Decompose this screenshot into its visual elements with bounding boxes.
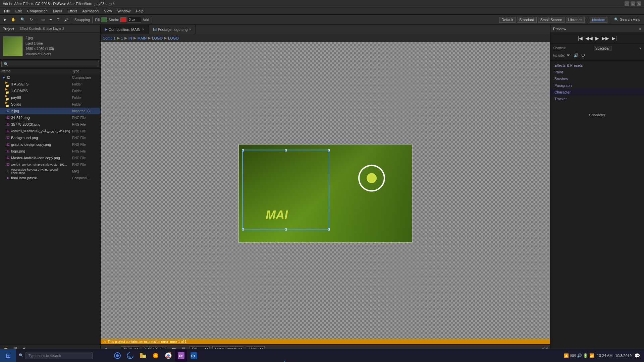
taskbar-search: 🔍 — [16, 349, 110, 362]
stroke-width-input[interactable] — [128, 17, 141, 23]
preview-used: used 1 time — [25, 41, 54, 46]
toolbar-sep-5 — [587, 17, 587, 23]
go-to-end-button[interactable]: ▶| — [611, 35, 618, 42]
taskbar-app-edge[interactable] — [124, 350, 136, 362]
list-item[interactable]: 🖼 4photos_to-camera-عکاس-دوربین-آیکون.pn… — [0, 128, 100, 134]
user-account[interactable]: khodom — [590, 17, 607, 23]
tab-footage-logo[interactable]: 🎞 Footage: logo.png ✕ — [149, 25, 196, 34]
pen-tool[interactable]: ✒ — [48, 16, 54, 23]
taskbar-app-chrome[interactable] — [162, 350, 174, 362]
nav-logo2[interactable]: LOGO — [168, 36, 179, 40]
hand-tool[interactable]: ✋ — [9, 16, 17, 23]
include-label: Include: — [553, 54, 565, 57]
close-button[interactable]: ✕ — [637, 1, 641, 6]
maximize-button[interactable]: □ — [631, 1, 635, 6]
close-tab-icon[interactable]: ✕ — [142, 28, 145, 31]
search-help-button[interactable]: 🔍 Search Help — [612, 16, 642, 23]
rotate-tool[interactable]: ↻ — [28, 16, 35, 23]
panel-menu-icon[interactable]: ≡ — [639, 27, 641, 31]
prop-brushes[interactable]: Brushes — [550, 75, 644, 82]
nav-in[interactable]: IN — [128, 36, 132, 40]
taskbar-app-ae[interactable]: Ae — [175, 350, 187, 362]
list-item[interactable]: ♫ Aggressive-keyboard-typing-sound-effec… — [0, 168, 100, 175]
taskbar-app-cortana[interactable] — [111, 350, 123, 362]
preview-title: Preview — [553, 27, 566, 31]
stroke-label: Stroke — [108, 18, 119, 22]
menu-edit[interactable]: Edit — [13, 8, 24, 14]
snapping-label: Snapping — [74, 18, 90, 22]
prop-paragraph[interactable]: Paragraph — [550, 82, 644, 89]
prop-effects-presets[interactable]: Effects & Presets — [550, 62, 644, 69]
workspace-smallscreen[interactable]: Small Screen — [538, 17, 565, 23]
nav-1[interactable]: 1 — [121, 36, 123, 40]
workspace-libraries[interactable]: Libraries — [566, 17, 585, 23]
nav-comp1[interactable]: Comp 1 — [103, 36, 116, 40]
toolbar: ▶ ✋ 🔍 ↻ ▭ ✒ T 🖌 Snapping Fill Stroke Add… — [0, 15, 644, 25]
zoom-tool[interactable]: 🔍 — [19, 16, 27, 23]
text-tool[interactable]: T — [55, 17, 61, 23]
warning-icon: ⚠ — [103, 340, 106, 344]
play-button[interactable]: ▶ — [595, 35, 600, 42]
include-overlay-button[interactable]: ⬡ — [581, 52, 585, 58]
close-footage-tab-icon[interactable]: ✕ — [189, 28, 192, 31]
include-audio-button[interactable]: 🔊 — [573, 52, 579, 58]
menu-layer[interactable]: Layer — [50, 8, 65, 14]
nav-main[interactable]: MAIN — [138, 36, 147, 40]
minimize-button[interactable]: − — [625, 1, 629, 6]
prop-tracker[interactable]: Tracker — [550, 96, 644, 102]
shortcut-dropdown-icon[interactable]: ▾ — [639, 46, 641, 51]
project-list: ▶ l2 Composition ▶ 📁 3 ASSETS Folder ▶ 📁… — [0, 74, 100, 344]
next-frame-button[interactable]: ▶▶ — [601, 35, 610, 42]
menu-bar: File Edit Composition Layer Effect Anima… — [0, 7, 644, 15]
list-item[interactable]: 🖼 Master-Android-icon copy.png PNG File — [0, 155, 100, 161]
list-item[interactable]: 🖼 Background.png PNG File — [0, 134, 100, 141]
list-item[interactable]: ■ final intro pay98 Compositi... — [0, 175, 100, 181]
prop-character[interactable]: Character — [550, 89, 644, 96]
nav-logo1[interactable]: LOGO — [152, 36, 163, 40]
logo-inner-circle — [367, 173, 377, 183]
workspace-standard[interactable]: Standard — [517, 17, 537, 23]
taskbar-app-firefox[interactable] — [150, 350, 162, 362]
fill-color-swatch[interactable] — [101, 17, 107, 22]
rect-tool[interactable]: ▭ — [40, 16, 46, 23]
list-item[interactable]: 🖼 logo.png PNG File — [0, 148, 100, 155]
stroke-color-swatch[interactable] — [120, 17, 126, 22]
notification-icon[interactable]: 💬 — [634, 353, 640, 358]
select-tool[interactable]: ▶ — [2, 16, 8, 23]
list-item[interactable]: ▶ 📁 3 ASSETS Folder — [0, 81, 100, 87]
go-to-start-button[interactable]: |◀ — [577, 35, 583, 42]
menu-effect[interactable]: Effect — [65, 8, 79, 14]
menu-animation[interactable]: Animation — [79, 8, 101, 14]
list-item[interactable]: ▶ l2 Composition — [0, 74, 100, 81]
project-search — [0, 60, 100, 69]
list-item[interactable]: 🖼 34-512.png PNG File — [0, 114, 100, 121]
left-panel: Project Effect Controls Shape Layer 3 2.… — [0, 25, 101, 354]
image-icon: 🖼 — [5, 109, 10, 113]
include-video-button[interactable]: 👁 — [566, 52, 572, 58]
brush-tool[interactable]: 🖌 — [62, 17, 69, 23]
search-icon: 🔍 — [19, 353, 23, 358]
menu-help[interactable]: Help — [133, 8, 146, 14]
list-item[interactable]: 🖼 35778-200(3).png PNG File — [0, 121, 100, 128]
list-item[interactable]: 🖼 graphic-design copy.png PNG File — [0, 141, 100, 148]
tab-composition-main[interactable]: ▶ Composition: MAIN ✕ — [101, 25, 149, 34]
menu-file[interactable]: File — [1, 8, 13, 14]
prev-frame-button[interactable]: ◀◀ — [585, 35, 593, 42]
list-item[interactable]: ▶ 📁 Solids Folder — [0, 101, 100, 108]
png-icon: 🖼 — [5, 162, 10, 167]
taskbar-app-explorer[interactable] — [137, 350, 149, 362]
toolbar-sep-6 — [610, 17, 610, 23]
prop-paint[interactable]: Paint — [550, 69, 644, 75]
taskbar-search-input[interactable] — [25, 352, 93, 359]
list-item[interactable]: ▶ 📁 1.COMPS Folder — [0, 87, 100, 94]
workspace-default[interactable]: Default — [499, 17, 516, 23]
list-item[interactable]: ▶ 📁 pay98 Folder — [0, 94, 100, 101]
start-button[interactable]: ⊞ — [0, 349, 16, 362]
list-item[interactable]: 🖼 2.jpg Imported_G... — [0, 108, 100, 114]
project-search-input[interactable] — [1, 61, 99, 67]
menu-window[interactable]: Window — [115, 8, 133, 14]
menu-composition[interactable]: Composition — [24, 8, 50, 14]
list-item[interactable]: 🖼 world-t_sm-icon-simple-style-vector-19… — [0, 161, 100, 168]
menu-view[interactable]: View — [101, 8, 115, 14]
taskbar-app-ps[interactable]: Ps — [188, 350, 200, 362]
